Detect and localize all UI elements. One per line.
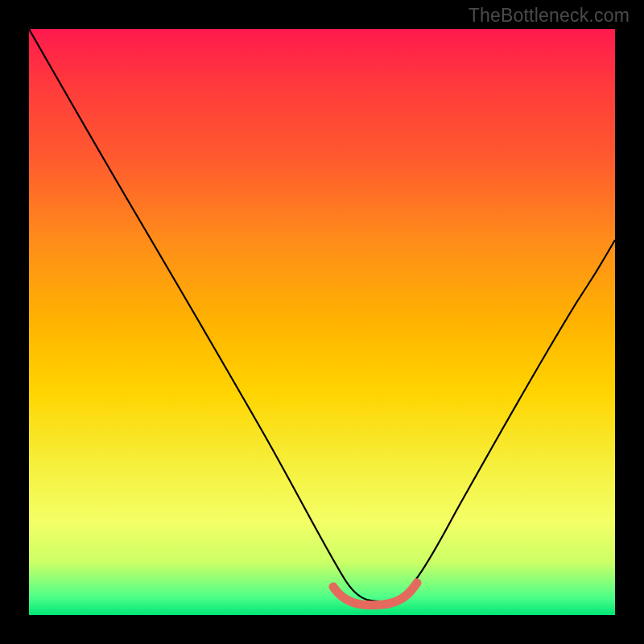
sweet-spot-band [333, 583, 417, 605]
chart-frame: TheBottleneck.com [0, 0, 644, 644]
plot-area [29, 29, 615, 615]
curve-layer [29, 29, 615, 615]
watermark-text: TheBottleneck.com [469, 5, 630, 27]
bottleneck-curve [29, 29, 615, 601]
